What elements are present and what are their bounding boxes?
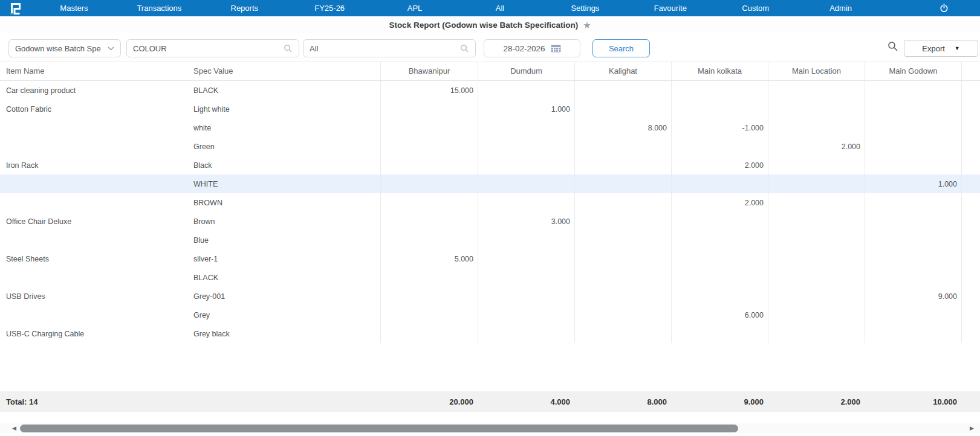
nav-item-custom[interactable]: Custom [713, 4, 798, 13]
table-row[interactable]: Office Chair DeluxeBrown3.000 [0, 212, 980, 231]
qty-cell: 9.000 [865, 287, 961, 306]
logout-power-button[interactable] [907, 4, 980, 13]
qty-cell [478, 287, 574, 306]
item-search-value: All [310, 44, 318, 53]
qty-cell [768, 156, 865, 175]
qty-cell [865, 100, 961, 118]
table-row[interactable]: WHITE1.000 [0, 175, 980, 193]
horizontal-scrollbar[interactable]: ◀ ▶ [0, 423, 980, 434]
spec-value-cell: Grey-001 [187, 292, 380, 301]
column-header-main-location: Main Location [768, 62, 865, 80]
qty-cell [865, 137, 961, 156]
table-row[interactable]: USB DrivesGrey-0019.000 [0, 287, 980, 306]
table-row[interactable]: white8.000-1.000 [0, 118, 980, 137]
qty-cell: 3.000 [478, 212, 574, 231]
scroll-right-arrow-icon[interactable]: ▶ [970, 425, 974, 432]
table-row[interactable]: Car cleaning productBLACK15.000 [0, 81, 980, 100]
date-field[interactable]: 28-02-2026 [484, 39, 580, 57]
qty-cell [478, 137, 574, 156]
date-value: 28-02-2026 [503, 44, 545, 53]
total-qty-cell: 8.000 [574, 397, 671, 406]
filler-cell [961, 212, 980, 231]
qty-cell [478, 268, 574, 287]
qty-cell [768, 231, 865, 249]
spec-value-cell: Black [187, 161, 380, 170]
filler-cell [961, 231, 980, 249]
scroll-left-arrow-icon[interactable]: ◀ [12, 425, 16, 432]
table-row[interactable]: Iron RackBlack2.000 [0, 156, 980, 175]
nav-item-all[interactable]: All [458, 4, 543, 13]
export-label: Export [922, 44, 945, 53]
table-row[interactable]: USB-C Charging CableGrey black [0, 324, 980, 343]
spec-value-cell: BLACK [187, 274, 380, 282]
table-row[interactable]: Steel Sheetssilver-15.000 [0, 249, 980, 268]
column-header-kalighat: Kalighat [574, 62, 671, 80]
spec-value-cell: BLACK [187, 86, 380, 95]
column-header-item-name: Item Name [0, 66, 187, 75]
report-type-dropdown[interactable]: Godown wise Batch Spe [8, 39, 121, 57]
qty-cell [380, 231, 478, 249]
qty-cell [865, 324, 961, 343]
qty-cell [478, 249, 574, 268]
qty-cell [768, 100, 865, 118]
nav-item-admin[interactable]: Admin [798, 4, 883, 13]
filler-cell [961, 268, 980, 287]
qty-cell: 1.000 [478, 100, 574, 118]
spec-value-cell: Grey black [187, 330, 380, 338]
spec-value-cell: BROWN [187, 199, 380, 207]
filler-cell [961, 324, 980, 343]
nav-item-transactions[interactable]: Transactions [117, 4, 202, 13]
column-header-dumdum: Dumdum [478, 62, 574, 80]
qty-cell [671, 175, 768, 193]
chevron-down-icon [108, 46, 114, 51]
item-name-cell: USB-C Charging Cable [0, 330, 187, 338]
qty-cell [574, 324, 671, 343]
export-button[interactable]: Export ▼ [904, 40, 978, 57]
qty-cell [380, 175, 478, 193]
item-search-input[interactable]: All [303, 39, 476, 57]
qty-cell [768, 268, 865, 287]
nav-item-favourite[interactable]: Favourite [628, 4, 713, 13]
qty-cell [478, 306, 574, 324]
total-qty-cell: 10.000 [865, 397, 961, 406]
app-logo[interactable] [0, 1, 31, 16]
table-row[interactable]: Blue [0, 231, 980, 249]
table-row[interactable]: Grey6.000 [0, 306, 980, 324]
table-search-button[interactable] [888, 41, 898, 51]
qty-cell [671, 249, 768, 268]
qty-cell [671, 268, 768, 287]
qty-cell: 2.000 [768, 137, 865, 156]
item-name-cell: Iron Rack [0, 161, 187, 170]
spec-value-cell: WHITE [187, 180, 380, 188]
table-row[interactable]: Green2.000 [0, 137, 980, 156]
nav-item-fy25-26[interactable]: FY25-26 [287, 4, 372, 13]
qty-cell [865, 306, 961, 324]
qty-cell [574, 137, 671, 156]
star-icon[interactable]: ★ [583, 21, 591, 30]
item-name-cell: Cotton Fabric [0, 105, 187, 114]
qty-cell [380, 268, 478, 287]
power-icon [939, 4, 949, 13]
qty-cell: 5.000 [380, 249, 478, 268]
table-row[interactable]: Cotton FabricLight white1.000 [0, 100, 980, 118]
qty-cell [574, 231, 671, 249]
table-row[interactable]: BLACK [0, 268, 980, 287]
nav-item-apl[interactable]: APL [372, 4, 458, 13]
calendar-icon [551, 45, 561, 53]
spec-search-value: COLOUR [133, 44, 167, 53]
qty-cell: 2.000 [671, 156, 768, 175]
qty-cell [574, 175, 671, 193]
qty-cell [865, 193, 961, 212]
qty-cell [380, 118, 478, 137]
table-row[interactable]: BROWN2.000 [0, 193, 980, 212]
spec-value-cell: Grey [187, 311, 380, 319]
search-button[interactable]: Search [592, 39, 650, 57]
nav-item-masters[interactable]: Masters [31, 4, 117, 13]
qty-cell [380, 287, 478, 306]
spec-search-input[interactable]: COLOUR [126, 39, 299, 57]
scrollbar-thumb[interactable] [20, 425, 738, 432]
nav-item-settings[interactable]: Settings [542, 4, 628, 13]
total-count-label: Total: 14 [0, 397, 187, 406]
nav-item-reports[interactable]: Reports [202, 4, 287, 13]
report-title-bar: Stock Report (Godown wise Batch Specific… [0, 16, 980, 33]
